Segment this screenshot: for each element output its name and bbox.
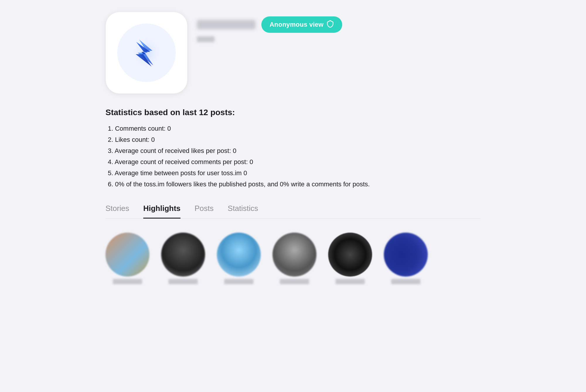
stats-list-item: Average count of received comments per p… bbox=[105, 156, 481, 168]
highlight-circle bbox=[328, 233, 372, 277]
tab-statistics[interactable]: Statistics bbox=[228, 204, 258, 219]
stats-list: Comments count: 0Likes count: 0Average c… bbox=[105, 123, 481, 190]
stats-list-item: 0% of the toss.im followers likes the pu… bbox=[105, 179, 481, 190]
highlight-item[interactable] bbox=[272, 233, 316, 284]
stats-list-item: Average count of received likes per post… bbox=[105, 145, 481, 156]
page-container: Anonymous view Statistics based on last … bbox=[88, 0, 498, 296]
tabs-bar: StoriesHighlightsPostsStatistics bbox=[105, 204, 481, 219]
highlight-label bbox=[335, 279, 365, 284]
subtitle-blurred bbox=[197, 36, 214, 42]
highlight-circle bbox=[384, 233, 428, 277]
highlight-item[interactable] bbox=[105, 233, 149, 284]
highlight-circle bbox=[272, 233, 316, 277]
username-blurred bbox=[197, 20, 255, 29]
stats-list-item: Comments count: 0 bbox=[105, 123, 481, 134]
anonymous-view-badge[interactable]: Anonymous view bbox=[261, 16, 342, 33]
highlight-circle bbox=[217, 233, 261, 277]
tab-highlights[interactable]: Highlights bbox=[143, 204, 180, 219]
highlight-circle bbox=[161, 233, 205, 277]
highlight-item[interactable] bbox=[161, 233, 205, 284]
highlight-label bbox=[224, 279, 253, 284]
highlights-grid bbox=[105, 233, 481, 284]
highlight-item[interactable] bbox=[328, 233, 372, 284]
tab-stories[interactable]: Stories bbox=[105, 204, 129, 219]
app-icon-wrapper bbox=[105, 12, 188, 94]
highlight-item[interactable] bbox=[384, 233, 428, 284]
shield-icon bbox=[326, 20, 334, 29]
stats-section: Statistics based on last 12 posts: Comme… bbox=[105, 108, 481, 190]
highlight-label bbox=[113, 279, 142, 284]
stats-list-item: Average time between posts for user toss… bbox=[105, 168, 481, 179]
anonymous-badge-label: Anonymous view bbox=[270, 21, 323, 28]
tab-posts[interactable]: Posts bbox=[195, 204, 214, 219]
stats-title: Statistics based on last 12 posts: bbox=[105, 108, 481, 117]
highlight-label bbox=[280, 279, 309, 284]
app-icon-inner bbox=[117, 23, 176, 82]
app-logo-icon bbox=[130, 34, 163, 72]
header-info: Anonymous view bbox=[197, 12, 342, 42]
header-area: Anonymous view bbox=[105, 12, 481, 94]
highlight-label bbox=[168, 279, 198, 284]
highlight-item[interactable] bbox=[217, 233, 261, 284]
highlight-label bbox=[391, 279, 420, 284]
stats-list-item: Likes count: 0 bbox=[105, 134, 481, 145]
highlight-circle bbox=[105, 233, 149, 277]
